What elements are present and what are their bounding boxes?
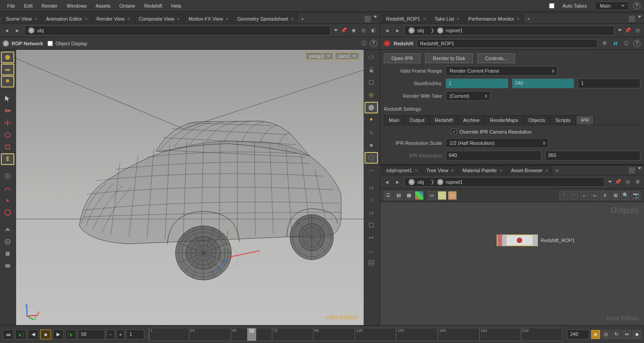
persp-camera-badge[interactable]: persp1	[306, 52, 333, 60]
parm-tab-ipr[interactable]: IPR	[576, 115, 594, 125]
close-icon[interactable]: ×	[127, 17, 130, 22]
parm-tab-archive[interactable]: Archive	[458, 115, 485, 125]
tool-select[interactable]	[1, 93, 14, 104]
gear-icon[interactable]: ⚙	[634, 178, 641, 186]
path-input[interactable]: obj	[24, 26, 331, 35]
playhead[interactable]: 58	[247, 328, 256, 341]
nav-back-icon[interactable]: ◄	[3, 26, 11, 35]
tab-asset-browser[interactable]: Asset Browser×	[507, 166, 552, 174]
close-icon[interactable]: ×	[423, 17, 425, 22]
ipr-scale-dropdown[interactable]: 1/2 (Half Resolution)	[446, 138, 549, 148]
pane-menu-icon[interactable]	[638, 16, 641, 18]
inc-frame-input[interactable]: 1	[578, 78, 640, 88]
node-bypass-flag[interactable]	[502, 234, 507, 246]
display-opt-lock-icon[interactable]	[365, 64, 378, 76]
close-icon[interactable]: ×	[457, 17, 459, 22]
nav-back-icon[interactable]: ◄	[383, 178, 391, 186]
tab-geometry-spreadsheet[interactable]: Geometry Spreadsheet×	[233, 14, 298, 23]
tool-view[interactable]	[1, 52, 14, 63]
menu-file[interactable]: File	[4, 1, 19, 10]
render-to-disk-button[interactable]: Render to Disk	[425, 53, 473, 63]
tool-inspect[interactable]	[1, 248, 14, 260]
auto-takes-checkbox[interactable]	[549, 3, 554, 9]
net-search-icon[interactable]: 🔍	[621, 191, 630, 200]
display-opt-target-icon[interactable]	[365, 89, 378, 101]
open-ipr-button[interactable]: Open IPR	[384, 53, 421, 63]
controls-button[interactable]: Controls...	[477, 53, 515, 63]
end-frame-display[interactable]: 240	[567, 330, 589, 339]
net-layout-1-icon[interactable]: ⋮	[559, 191, 568, 200]
close-icon[interactable]: ×	[34, 17, 37, 22]
tool-rotate[interactable]	[1, 129, 14, 141]
tab-tree-view[interactable]: Tree View×	[422, 166, 458, 174]
node-render-flag[interactable]	[498, 234, 502, 246]
view-camera-icon[interactable]: ◐	[370, 27, 377, 34]
close-icon[interactable]: ×	[291, 17, 293, 22]
add-tab-button[interactable]: +	[524, 15, 532, 22]
parm-tab-output[interactable]: Output	[405, 115, 429, 125]
tool-construction-plane[interactable]	[1, 224, 14, 235]
display-marker-3[interactable]: 12	[365, 207, 378, 218]
node-lock-flag[interactable]	[532, 234, 537, 246]
pin-icon[interactable]: 📌	[624, 27, 631, 34]
close-icon[interactable]: ×	[499, 168, 502, 173]
tool-camera-icon[interactable]	[1, 105, 14, 117]
net-color-icon[interactable]	[415, 191, 424, 200]
close-icon[interactable]: ×	[451, 168, 454, 173]
display-opt-ghost[interactable]	[365, 152, 378, 164]
maximize-icon[interactable]	[365, 16, 371, 22]
tool-snap-grid[interactable]	[1, 170, 14, 182]
viewport[interactable]: persp1 cam1 xyz Indie Edition	[16, 50, 364, 325]
take-dropdown[interactable]: (Current)	[446, 91, 490, 101]
path-dropdown-icon[interactable]	[334, 29, 338, 31]
frame-range-dropdown[interactable]: Render Current Frame	[446, 66, 558, 76]
pin-icon[interactable]: 📌	[340, 27, 348, 34]
net-read-icon[interactable]: ▤	[394, 191, 403, 200]
tab-motion-fx[interactable]: Motion FX View×	[185, 14, 232, 23]
help-icon[interactable]: ?	[633, 2, 640, 9]
net-grid2-icon[interactable]: ⊞	[611, 191, 620, 200]
nav-forward-icon[interactable]: ►	[394, 26, 402, 35]
tool-snap-curve[interactable]	[1, 182, 14, 194]
tab-take-list[interactable]: Take List×	[430, 14, 463, 23]
net-sticky-icon[interactable]: ▭	[438, 191, 447, 200]
key-icon[interactable]: ◆	[632, 330, 641, 339]
net-layout-4-icon[interactable]: ⌙	[590, 191, 599, 200]
view-options-icon[interactable]: ◉	[350, 27, 357, 34]
help-icon[interactable]: ?	[370, 40, 377, 47]
close-icon[interactable]: ×	[85, 17, 87, 22]
maximize-icon[interactable]	[629, 16, 635, 22]
net-box-icon[interactable]: ▭	[448, 191, 457, 200]
take-selector[interactable]: Main	[595, 1, 629, 10]
link-icon[interactable]: ◎	[624, 178, 631, 186]
menu-render[interactable]: Render	[38, 1, 61, 10]
add-tab-button[interactable]: +	[298, 15, 306, 22]
tool-pose[interactable]	[1, 153, 14, 165]
network-view[interactable]: Outputs Redshift_ROP1 Indie Edition	[380, 202, 644, 325]
menu-octane[interactable]: Octane	[116, 1, 138, 10]
net-card-icon[interactable]: ▭	[427, 191, 436, 200]
step-forward-button[interactable]: |⏵	[65, 330, 76, 339]
parm-path-input[interactable]: obj ❯ ropnet1	[404, 26, 614, 35]
render-icon[interactable]: ◎	[360, 27, 367, 34]
parm-tab-redshift[interactable]: Redshift	[430, 115, 458, 125]
menu-windows[interactable]: Windows	[63, 1, 90, 10]
tab-material-palette[interactable]: Material Palette×	[459, 166, 506, 174]
display-opt-camera-icon[interactable]	[365, 127, 378, 139]
tab-obj-ropnet[interactable]: /obj/ropnet1×	[382, 166, 421, 174]
node-label[interactable]: Redshift_ROP1	[541, 238, 575, 243]
close-icon[interactable]: ×	[415, 168, 417, 173]
step-back-button[interactable]: ⏴|	[15, 330, 26, 339]
tab-scene-view[interactable]: Scene View×	[2, 14, 41, 23]
tool-handle[interactable]	[1, 64, 14, 75]
object-display-checkbox[interactable]	[47, 41, 53, 46]
tool-translate[interactable]	[1, 117, 14, 129]
goto-start-button[interactable]: ⏮	[3, 330, 13, 339]
play-forward-button[interactable]: ▶	[53, 330, 64, 339]
tab-composite-view[interactable]: Composite View×	[135, 14, 184, 23]
node-name-field[interactable]: Redshift_ROP1	[417, 39, 597, 48]
menu-help[interactable]: Help	[167, 1, 185, 10]
play-back-button[interactable]: ◀	[28, 330, 39, 339]
display-marker-1[interactable]: 12	[365, 182, 378, 193]
timeline-ruler[interactable]: 1 24 48 58 72 96 120 144 168 192 216	[149, 328, 562, 341]
